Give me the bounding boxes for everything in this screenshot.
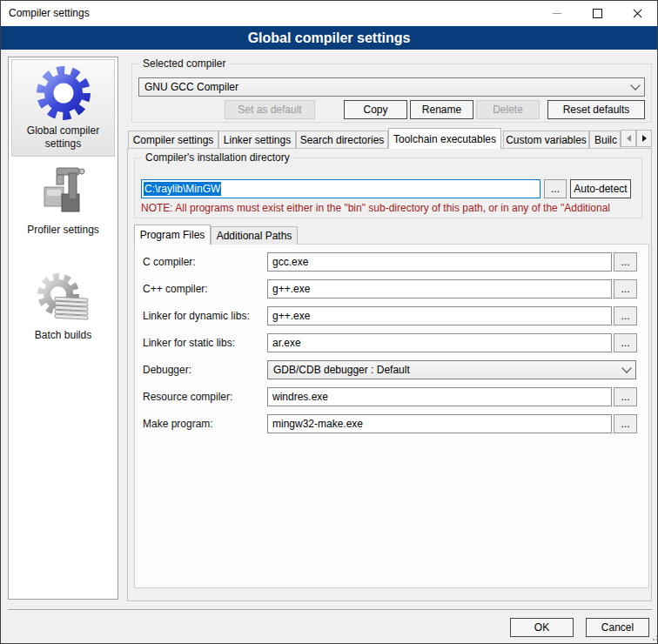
button-label: Copy	[363, 104, 387, 116]
bin-subdirectory-note: NOTE: All programs must exist either in …	[141, 202, 625, 214]
delete-button[interactable]: Delete	[476, 100, 540, 119]
subtab-label: Program Files	[140, 229, 205, 241]
compiler-settings-dialog: Compiler settings Global compiler settin…	[0, 0, 658, 644]
chevron-down-icon	[630, 80, 640, 90]
field-value: ar.exe	[272, 337, 301, 349]
cpp-compiler-input[interactable]: g++.exe	[267, 279, 612, 299]
tab-label: Linker settings	[224, 134, 291, 146]
resize-grip[interactable]	[653, 639, 655, 641]
button-label: Auto-detect	[574, 183, 627, 195]
debugger-combobox[interactable]: GDB/CDB debugger : Default	[267, 360, 636, 379]
reset-defaults-button[interactable]: Reset defaults	[547, 100, 645, 119]
tab-scroll-right-button[interactable]	[636, 130, 652, 147]
tab-compiler-settings[interactable]: Compiler settings	[128, 131, 218, 148]
tab-label: Compiler settings	[133, 134, 214, 146]
gray-gear-stack-icon	[36, 270, 91, 325]
selected-compiler-combobox[interactable]: GNU GCC Compiler	[138, 77, 645, 97]
browse-resource-compiler-button[interactable]: ...	[614, 387, 637, 406]
sidebar-item-label: Profiler settings	[12, 224, 114, 237]
footer-divider	[8, 609, 652, 611]
browse-directory-button[interactable]: ...	[544, 179, 567, 198]
button-label: Reset defaults	[563, 104, 630, 116]
tab-label: Custom variables	[506, 134, 587, 146]
auto-detect-button[interactable]: Auto-detect	[570, 179, 631, 198]
button-label: Cancel	[601, 621, 634, 634]
minimize-icon	[553, 13, 561, 14]
maximize-icon	[593, 9, 602, 18]
button-label: ...	[551, 183, 560, 195]
button-label: ...	[621, 310, 629, 322]
selected-compiler-value: GNU GCC Compiler	[144, 81, 632, 93]
button-label: ...	[621, 256, 629, 268]
c-compiler-input[interactable]: gcc.exe	[267, 252, 612, 272]
subtab-additional-paths[interactable]: Additional Paths	[211, 226, 298, 245]
field-label: Resource compiler:	[143, 387, 232, 406]
sidebar-item-label: Global compiler settings	[12, 124, 114, 151]
tab-build-options-clipped[interactable]: Builc	[589, 131, 621, 148]
debugger-value: GDB/CDB debugger : Default	[273, 364, 623, 376]
blue-gear-icon	[36, 65, 91, 121]
resource-compiler-input[interactable]: windres.exe	[267, 387, 612, 406]
browse-linker-dynamic-button[interactable]: ...	[614, 306, 637, 325]
field-label: C compiler:	[143, 252, 196, 272]
browse-linker-static-button[interactable]: ...	[614, 333, 637, 352]
tab-label: Builc	[594, 134, 617, 146]
arrow-left-icon	[627, 135, 631, 142]
button-label: Rename	[422, 104, 461, 116]
copy-button[interactable]: Copy	[344, 100, 407, 119]
tab-label: Toolchain executables	[393, 133, 496, 145]
button-label: ...	[621, 391, 629, 403]
close-button[interactable]	[617, 1, 657, 26]
field-label: Linker for dynamic libs:	[143, 306, 250, 325]
tab-linker-settings[interactable]: Linker settings	[218, 131, 296, 148]
maximize-button[interactable]	[577, 1, 617, 26]
tab-scroll-left-button[interactable]	[621, 130, 636, 147]
tab-custom-variables[interactable]: Custom variables	[503, 131, 589, 148]
field-row-debugger: Debugger: GDB/CDB debugger : Default	[135, 360, 648, 379]
window-title: Compiler settings	[9, 1, 90, 26]
group-legend: Selected compiler	[139, 57, 229, 70]
button-label: Set as default	[238, 104, 301, 116]
chevron-down-icon	[621, 363, 631, 372]
field-row-linker-static: Linker for static libs: ar.exe ...	[135, 333, 648, 352]
button-label: ...	[621, 337, 629, 349]
caliper-icon	[36, 164, 91, 220]
sidebar-item-profiler-settings[interactable]: Profiler settings	[11, 158, 115, 243]
field-row-make-program: Make program: mingw32-make.exe ...	[135, 414, 648, 433]
button-label: ...	[621, 418, 629, 430]
tab-toolchain-executables[interactable]: Toolchain executables	[388, 128, 501, 149]
rename-button[interactable]: Rename	[410, 100, 473, 119]
installation-directory-input[interactable]: C:\raylib\MinGW	[141, 179, 540, 198]
set-as-default-button[interactable]: Set as default	[225, 100, 315, 119]
browse-c-compiler-button[interactable]: ...	[614, 252, 637, 272]
button-label: Delete	[493, 104, 523, 116]
field-label: C++ compiler:	[143, 279, 208, 299]
dialog-banner: Global compiler settings	[1, 26, 657, 50]
make-program-input[interactable]: mingw32-make.exe	[267, 414, 612, 433]
button-label: OK	[534, 621, 549, 634]
sidebar-item-batch-builds[interactable]: Batch builds	[11, 264, 115, 348]
sidebar-item-label: Batch builds	[12, 329, 114, 342]
subtab-label: Additional Paths	[217, 230, 292, 242]
linker-dynamic-input[interactable]: g++.exe	[267, 306, 612, 325]
field-value: g++.exe	[272, 283, 310, 295]
tab-label: Search directories	[300, 134, 385, 146]
field-label: Make program:	[143, 414, 213, 433]
browse-make-program-button[interactable]: ...	[614, 414, 637, 433]
field-row-resource-compiler: Resource compiler: windres.exe ...	[135, 387, 648, 406]
subtab-program-files[interactable]: Program Files	[134, 225, 211, 245]
linker-static-input[interactable]: ar.exe	[267, 333, 612, 352]
field-row-c-compiler: C compiler: gcc.exe ...	[135, 252, 648, 272]
cancel-button[interactable]: Cancel	[586, 618, 649, 637]
title-bar: Compiler settings	[1, 1, 657, 26]
browse-cpp-compiler-button[interactable]: ...	[614, 279, 637, 299]
sidebar-item-global-compiler-settings[interactable]: Global compiler settings	[11, 59, 115, 157]
ok-button[interactable]: OK	[510, 618, 574, 637]
group-legend: Compiler's installation directory	[142, 151, 293, 164]
minimize-button[interactable]	[537, 1, 577, 26]
tab-search-directories[interactable]: Search directories	[296, 131, 388, 148]
field-label: Linker for static libs:	[143, 333, 235, 352]
arrow-right-icon	[642, 135, 647, 142]
close-icon	[632, 8, 643, 19]
field-value: mingw32-make.exe	[272, 418, 363, 430]
